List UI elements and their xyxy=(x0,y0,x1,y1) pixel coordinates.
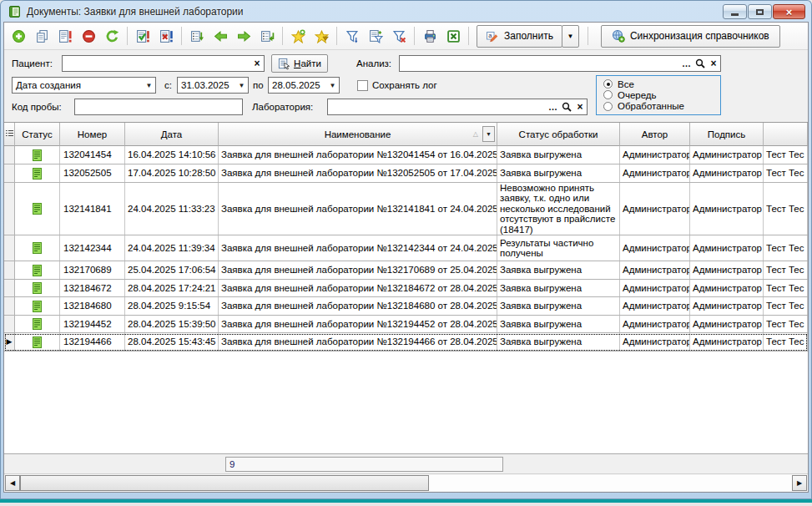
cell-author[interactable]: Администратор xyxy=(620,316,690,332)
status-icon-cell[interactable] xyxy=(15,164,60,182)
patient-input[interactable] xyxy=(63,57,250,70)
cell-processing-status[interactable]: Заявка выгружена xyxy=(497,261,620,279)
cell-processing-status[interactable]: Заявка выгружена xyxy=(497,164,620,182)
cell-date[interactable]: 24.04.2025 11:39:34 xyxy=(125,235,219,261)
cell-extra[interactable]: Тест Тес xyxy=(764,280,808,296)
table-row[interactable]: 13217068925.04.2025 17:06:54Заявка для в… xyxy=(4,261,808,280)
cell-number[interactable]: 132194452 xyxy=(60,316,125,332)
cell-name[interactable]: Заявка для внешней лаборатории №13219446… xyxy=(219,333,497,351)
cell-number[interactable]: 132184680 xyxy=(60,297,125,315)
sync-directories-button[interactable]: Синхронизация справочников xyxy=(601,25,780,48)
table-row[interactable]: 13219445228.04.2025 15:39:50Заявка для в… xyxy=(4,316,808,333)
cell-date[interactable]: 17.04.2025 10:28:50 xyxy=(125,164,219,182)
column-header-Подпись[interactable]: Подпись xyxy=(690,123,764,146)
analysis-search-icon[interactable] xyxy=(693,56,707,71)
cell-author[interactable]: Администратор xyxy=(620,297,690,315)
cell-name[interactable]: Заявка для внешней лаборатории №13219445… xyxy=(219,316,497,332)
column-header-Дата[interactable]: Дата xyxy=(125,123,219,146)
cell-processing-status[interactable]: Заявка выгружена xyxy=(497,316,620,332)
row-selector-cell[interactable] xyxy=(4,280,15,296)
cell-name[interactable]: Заявка для внешней лаборатории №13214184… xyxy=(219,183,497,235)
table-row[interactable]: 13214234424.04.2025 11:39:34Заявка для в… xyxy=(4,235,808,261)
column-header-Наименование[interactable]: Наименование△▼ xyxy=(219,123,497,146)
delete-button[interactable] xyxy=(78,25,99,47)
move-out-button[interactable] xyxy=(186,25,208,47)
cell-processing-status[interactable]: Заявка выгружена xyxy=(497,297,620,315)
row-selector-cell[interactable] xyxy=(4,316,15,332)
cell-author[interactable]: Администратор xyxy=(620,261,690,279)
star-down-button[interactable] xyxy=(310,25,332,47)
cell-processing-status[interactable]: Заявка выгружена xyxy=(497,333,620,351)
refresh-button[interactable] xyxy=(101,25,123,47)
cell-number[interactable]: 132141841 xyxy=(60,183,125,235)
radio-option-processed[interactable]: Обработанные xyxy=(603,101,714,112)
cell-date[interactable]: 28.04.2025 15:39:50 xyxy=(125,316,219,332)
column-filter-dropdown[interactable]: ▼ xyxy=(482,126,495,142)
cell-signature[interactable]: Администратор xyxy=(690,297,764,315)
analysis-clear-icon[interactable]: × xyxy=(707,56,720,71)
row-selector-cell[interactable] xyxy=(4,261,15,279)
patient-clear-icon[interactable]: × xyxy=(250,56,264,71)
save-log-checkbox[interactable] xyxy=(357,80,368,91)
cell-date[interactable]: 28.04.2025 15:43:45 xyxy=(125,333,219,351)
lab-search-icon[interactable] xyxy=(560,99,573,114)
analysis-input[interactable] xyxy=(400,57,680,70)
analysis-ellipsis-button[interactable]: … xyxy=(680,56,693,71)
print-button[interactable] xyxy=(419,25,441,47)
filter-clear-button[interactable] xyxy=(388,25,410,47)
cell-number[interactable]: 132170689 xyxy=(60,261,125,279)
cell-extra[interactable]: Тест Тес xyxy=(764,316,808,332)
cell-signature[interactable]: Администратор xyxy=(690,235,764,261)
status-icon-cell[interactable] xyxy=(15,146,60,164)
table-row[interactable]: 13218467228.04.2025 17:24:21Заявка для в… xyxy=(4,280,808,297)
cell-author[interactable]: Администратор xyxy=(620,164,690,182)
cell-number[interactable]: 132041454 xyxy=(60,146,125,164)
cell-number[interactable]: 132194466 xyxy=(60,333,125,351)
unsign-button[interactable] xyxy=(155,25,177,47)
table-row[interactable]: 13214184124.04.2025 11:33:23Заявка для в… xyxy=(4,183,808,235)
cell-processing-status[interactable]: Невозможно принять заявку, т.к. одно или… xyxy=(497,183,620,235)
cell-name[interactable]: Заявка для внешней лаборатории №13214234… xyxy=(219,235,497,261)
date-to-picker[interactable]: 28.05.2025 ▼ xyxy=(268,77,340,94)
fill-dropdown-button[interactable]: ▼ xyxy=(562,25,579,48)
cell-name[interactable]: Заявка для внешней лаборатории №13217068… xyxy=(219,261,497,279)
row-selector-cell[interactable] xyxy=(4,146,15,164)
cell-signature[interactable]: Администратор xyxy=(690,164,764,182)
column-header-Статус[interactable]: Статус xyxy=(15,123,60,146)
filter-doc-button[interactable] xyxy=(365,25,386,47)
table-row[interactable]: 13204145416.04.2025 14:10:56Заявка для в… xyxy=(4,146,808,164)
sample-code-input[interactable] xyxy=(75,100,242,114)
arrow-right-button[interactable] xyxy=(233,25,255,47)
status-icon-cell[interactable] xyxy=(15,280,60,296)
column-header-Номер[interactable]: Номер xyxy=(60,123,125,146)
status-icon-cell[interactable] xyxy=(15,261,60,279)
cell-author[interactable]: Администратор xyxy=(620,280,690,296)
scroll-right-button[interactable]: ▶ xyxy=(792,475,807,491)
status-icon-cell[interactable] xyxy=(15,297,60,315)
cell-date[interactable]: 25.04.2025 17:06:54 xyxy=(125,261,219,279)
cell-extra[interactable]: Тест Тес xyxy=(764,333,808,351)
cell-extra[interactable]: Тест Тес xyxy=(764,297,808,315)
cell-signature[interactable]: Администратор xyxy=(690,280,764,296)
cell-extra[interactable]: Тест Тес xyxy=(764,261,808,279)
column-header-extra[interactable] xyxy=(764,123,808,146)
edit-button[interactable] xyxy=(54,25,76,47)
cell-signature[interactable]: Администратор xyxy=(690,316,764,332)
cell-date[interactable]: 28.04.2025 17:24:21 xyxy=(125,280,219,296)
find-button[interactable]: Найти xyxy=(271,54,328,73)
cell-signature[interactable]: Администратор xyxy=(690,146,764,164)
excel-button[interactable] xyxy=(442,25,464,47)
copy-button[interactable] xyxy=(31,25,53,47)
cell-processing-status[interactable]: Заявка выгружена xyxy=(497,146,620,164)
fill-button[interactable]: a Заполнить xyxy=(477,25,562,48)
status-icon-cell[interactable] xyxy=(15,235,60,261)
sign-button[interactable] xyxy=(132,25,154,47)
row-selector-header[interactable] xyxy=(4,123,15,146)
table-row[interactable]: 13205250517.04.2025 10:28:50Заявка для в… xyxy=(4,164,808,183)
scroll-left-button[interactable]: ◀ xyxy=(5,475,20,491)
cell-processing-status[interactable]: Результаты частично получены xyxy=(497,235,620,261)
horizontal-scrollbar[interactable]: ◀ ▶ xyxy=(4,473,808,492)
lab-ellipsis-button[interactable]: … xyxy=(547,99,560,114)
title-bar[interactable]: Документы: Заявки для внешней лаборатори… xyxy=(3,0,809,22)
lab-input[interactable] xyxy=(328,100,547,114)
